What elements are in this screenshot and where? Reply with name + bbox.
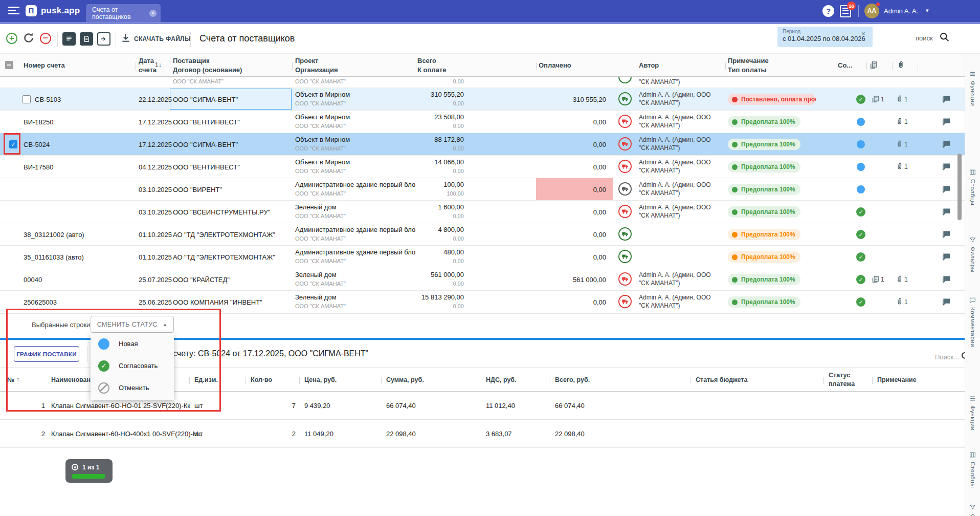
comments-icon[interactable] — [941, 298, 951, 309]
col-project[interactable]: Проект — [295, 57, 318, 64]
attachment-icon[interactable] — [896, 275, 903, 285]
comments-icon[interactable] — [941, 118, 951, 128]
total-amount: 1 600,00 — [358, 203, 464, 211]
attachment-icon[interactable] — [896, 140, 903, 150]
table-row[interactable]: 35_01161033 (авто)01.10.2025АО "ТД "ЭЛЕК… — [0, 246, 965, 268]
item-price: 9 439,20 — [304, 402, 330, 410]
col-date[interactable]: Дата — [139, 57, 154, 64]
comments-icon[interactable] — [941, 95, 951, 106]
to-pay-amount: 0,00 — [358, 168, 464, 174]
user-name[interactable]: Admin A. A. — [884, 7, 918, 15]
table-row[interactable]: 38_03121002 (авто)01.10.2025АО "ТД "ЭЛЕК… — [0, 223, 965, 246]
invoice-date: 25.06.2025 — [139, 298, 172, 306]
sort-indicator[interactable]: 1↓ — [155, 61, 162, 69]
author-line2: "СК АМАНАТ") — [639, 99, 680, 106]
col-number[interactable]: Номер счета — [24, 61, 65, 69]
download-files-icon[interactable] — [121, 33, 131, 45]
col-supplier[interactable]: Поставщик — [173, 57, 209, 64]
row-checkbox[interactable]: ✓ — [9, 140, 17, 148]
side-tab-4[interactable]: Комментарии — [965, 297, 980, 347]
col-note[interactable]: Примечание — [728, 57, 769, 64]
badge-label: Предоплата 100% — [741, 298, 795, 306]
comments-icon[interactable] — [941, 185, 951, 196]
select-all-checkbox[interactable] — [5, 61, 13, 69]
dcol-vat[interactable]: НДС, руб. — [486, 376, 517, 383]
tab-close-icon[interactable]: × — [149, 10, 157, 17]
dcol-budget[interactable]: Статья бюджета — [696, 376, 747, 383]
period-filter-chip[interactable]: Период с 01.04.2025 по 08.04.2026 — [777, 27, 873, 47]
comments-icon[interactable] — [941, 140, 951, 151]
change-status-button[interactable]: СМЕНИТЬ СТАТУС ▲ — [91, 316, 174, 333]
download-files-button[interactable]: СКАЧАТЬ ФАЙЛЫ — [134, 35, 191, 42]
help-icon[interactable]: ? — [822, 5, 834, 17]
dcol-price[interactable]: Цена, руб. — [304, 376, 337, 383]
attachment-icon[interactable] — [896, 95, 903, 105]
comments-icon[interactable] — [941, 230, 951, 241]
table-row[interactable]: 03.10.2025ООО "ВИРЕНТ"Административное з… — [0, 178, 965, 201]
dcol-sum[interactable]: Сумма, руб. — [386, 376, 424, 383]
vertical-scrollbar-thumb[interactable] — [957, 154, 962, 220]
comments-icon[interactable] — [941, 163, 951, 174]
table-row[interactable]: ВИ-1758004.12.2025ООО "ВЕНТИНВЕСТ"Объект… — [0, 156, 965, 178]
comments-icon[interactable] — [941, 275, 951, 286]
user-menu-caret-icon[interactable]: ▾ — [926, 7, 929, 14]
delete-invoice-button[interactable]: − — [40, 33, 51, 44]
document-copy-icon[interactable] — [80, 32, 93, 46]
invoice-number: ВИ-17580 — [24, 163, 54, 171]
col-agreed[interactable]: Со... — [838, 61, 852, 69]
comments-icon[interactable] — [941, 253, 951, 264]
menu-item-new-dot[interactable]: Новая — [91, 333, 174, 355]
dcol-unit[interactable]: Ед.изм. — [194, 376, 218, 383]
document-list-icon[interactable] — [62, 32, 76, 46]
table-row[interactable]: 03.10.2025ООО "ВСЕИНСТРУМЕНТЫ.РУ"Зеленый… — [0, 201, 965, 223]
copy-count-icon[interactable] — [872, 275, 879, 285]
dcol-sort-icon[interactable]: ↑ — [16, 376, 19, 383]
paid-amount: 0,00 — [539, 118, 606, 126]
table-row[interactable]: 25062500325.06.2025ООО КОМПАНИЯ "ИНВЕНТ"… — [0, 291, 965, 313]
detail-side-tab-1[interactable]: Функции — [965, 395, 980, 431]
table-row[interactable]: ВИ-1825017.12.2025ООО "ВЕНТИНВЕСТ"Объект… — [0, 111, 965, 133]
tab-invoices[interactable]: Счета от поставщиков × — [86, 4, 161, 22]
detail-search-placeholder[interactable]: Поиск... — [935, 353, 959, 361]
comments-icon[interactable] — [941, 208, 951, 219]
partial-row[interactable]: ООО "СК АМАНАТ" ООО "СК АМАНАТ" 0,00 "СК… — [0, 77, 965, 88]
dcol-qty[interactable]: Кол-во — [251, 376, 272, 383]
side-tab-1[interactable]: Функции — [965, 71, 980, 106]
dcol-note[interactable]: Примечание — [877, 376, 917, 383]
dcol-paystatus[interactable]: Статус — [829, 372, 850, 379]
row-checkbox[interactable] — [23, 95, 31, 103]
dcol-num[interactable]: № — [7, 376, 14, 383]
detail-side-tab-3[interactable]: Фильтры — [965, 504, 980, 516]
copy-count: 1 — [881, 276, 884, 283]
table-row[interactable]: 0004025.07.2025ООО "КРАЙСТЕД"Зеленый дом… — [0, 268, 965, 291]
attachment-icon[interactable] — [896, 297, 903, 308]
col-paid[interactable]: Оплачено — [539, 61, 571, 69]
attachment-icon[interactable] — [896, 162, 903, 173]
col-attachment-icon[interactable] — [897, 60, 905, 71]
detail-side-tab-2[interactable]: Столбцы — [965, 451, 980, 488]
period-close-icon[interactable]: × — [861, 30, 865, 37]
payment-type-badge: Предоплата 100% — [728, 274, 800, 285]
refresh-button[interactable] — [23, 32, 35, 46]
detail-table-row[interactable]: 2Клапан Сигмавент-60-НО-400х1 00-SVF(220… — [0, 420, 965, 448]
table-row[interactable]: СВ-510322.12.2025ООО "СИГМА-ВЕНТ"Объект … — [0, 88, 965, 111]
side-tab-2[interactable]: Столбцы — [965, 169, 980, 205]
menu-item-approve-check[interactable]: ✓Согласовать — [91, 355, 174, 377]
item-index: 1 — [31, 402, 45, 410]
add-invoice-button[interactable]: + — [6, 33, 17, 44]
attachment-icon[interactable] — [896, 117, 903, 127]
table-row[interactable]: ✓СВ-502417.12.2025ООО "СИГМА-ВЕНТ"Объект… — [0, 133, 965, 156]
invoice-number: 35_01161033 (авто) — [24, 253, 84, 261]
side-tab-3[interactable]: Фильтры — [965, 236, 980, 272]
menu-item-cancel[interactable]: Отменить — [91, 377, 174, 399]
col-total-2: К оплате — [417, 66, 446, 74]
import-icon[interactable] — [97, 32, 110, 46]
dcol-total[interactable]: Всего, руб. — [555, 376, 590, 383]
col-author[interactable]: Автор — [639, 61, 659, 69]
search-icon[interactable] — [939, 32, 950, 45]
col-total[interactable]: Всего — [417, 57, 436, 64]
delivery-schedule-button[interactable]: ГРАФИК ПОСТАВКИ — [14, 346, 79, 362]
copy-count-icon[interactable] — [872, 95, 879, 105]
hamburger-menu-icon[interactable] — [8, 7, 19, 15]
col-copy-icon[interactable] — [870, 61, 878, 71]
